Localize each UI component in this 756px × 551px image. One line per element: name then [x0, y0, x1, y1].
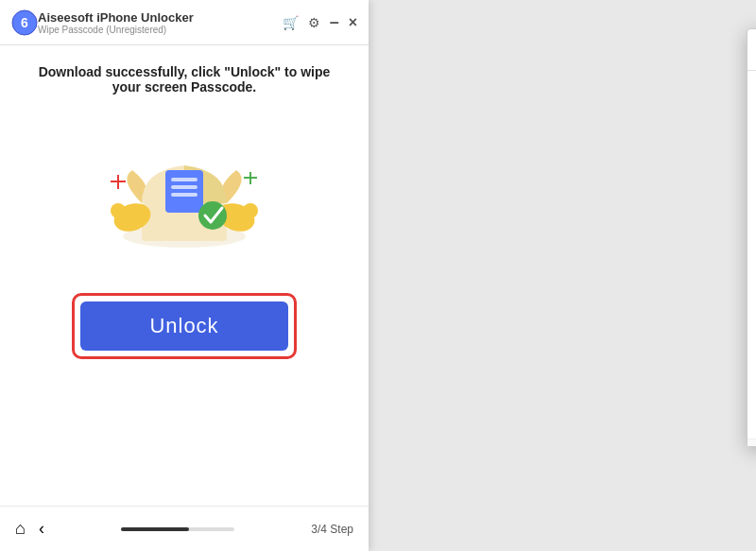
- minimize-icon[interactable]: –: [330, 12, 339, 32]
- progress-fill: [121, 527, 189, 531]
- svg-point-16: [198, 201, 227, 230]
- close-icon[interactable]: ×: [349, 14, 357, 31]
- dialog-area: 6 Aiseesoft iPhone Unlocker ×: [369, 0, 756, 551]
- cart-icon[interactable]: 🛒: [283, 15, 299, 30]
- app-logo-icon: 6: [11, 9, 38, 36]
- title-bar: 6 Aiseesoft iPhone Unlocker Wipe Passcod…: [0, 0, 369, 45]
- dialog-content: Unlock confirmation Please read the foll…: [747, 71, 756, 439]
- dialog-title-bar: 6 Aiseesoft iPhone Unlocker ×: [747, 29, 756, 71]
- app-title: Aiseesoft iPhone Unlocker: [38, 10, 283, 25]
- svg-rect-7: [171, 193, 198, 197]
- bottom-bar: ⌂ ‹ 3/4 Step: [0, 506, 369, 551]
- svg-point-15: [243, 203, 258, 218]
- app-subtitle: Wipe Passcode (Unregistered): [38, 25, 283, 35]
- main-window: 6 Aiseesoft iPhone Unlocker Wipe Passcod…: [0, 0, 369, 551]
- step-text: 3/4 Step: [311, 523, 353, 536]
- unlock-button[interactable]: Unlock: [80, 301, 288, 351]
- dialog-window: 6 Aiseesoft iPhone Unlocker ×: [747, 28, 756, 447]
- svg-text:6: 6: [21, 15, 28, 30]
- svg-rect-6: [171, 185, 198, 189]
- main-heading: Download successfully, click "Unlock" to…: [28, 64, 340, 95]
- svg-rect-5: [171, 178, 198, 181]
- illustration: [90, 113, 279, 255]
- progress-bar: [121, 527, 234, 531]
- main-content: Download successfully, click "Unlock" to…: [0, 45, 369, 506]
- unlock-button-wrapper: Unlock: [72, 293, 297, 359]
- title-bar-controls: 🛒 ⚙ – ×: [283, 12, 357, 32]
- svg-point-13: [111, 203, 126, 218]
- illustration-svg: [90, 113, 279, 255]
- svg-rect-4: [165, 170, 203, 213]
- back-icon[interactable]: ‹: [39, 519, 44, 539]
- home-icon[interactable]: ⌂: [15, 519, 26, 539]
- settings-icon[interactable]: ⚙: [308, 15, 320, 30]
- dialog-scrollbar[interactable]: [747, 439, 756, 446]
- title-bar-text: Aiseesoft iPhone Unlocker Wipe Passcode …: [38, 10, 283, 35]
